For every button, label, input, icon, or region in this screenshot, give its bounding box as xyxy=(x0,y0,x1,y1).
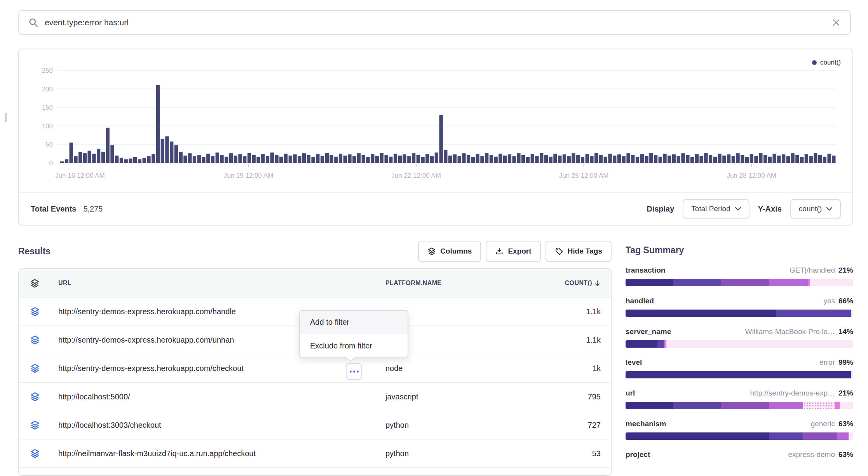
results-heading: Results xyxy=(18,246,51,257)
tag-bar-segment[interactable] xyxy=(835,402,840,409)
table-row[interactable]: http://localhost:5000/ javascript 795 xyxy=(19,383,611,411)
tag-bar-segment[interactable] xyxy=(769,402,803,409)
menu-item-exclude-from-filter[interactable]: Exclude from filter xyxy=(300,334,408,357)
tag-name: handled xyxy=(626,297,654,305)
tag-head: server_name Williams-MacBook-Pro.lo… 14% xyxy=(626,327,853,336)
sort-desc-arrow-icon xyxy=(594,280,601,287)
tag-top-percent: 99% xyxy=(838,358,853,367)
tag-summary: Tag Summary transaction GET|/handled 21%… xyxy=(626,245,853,459)
row-count: 1k xyxy=(541,364,611,373)
tag-bar-segment[interactable] xyxy=(810,279,853,286)
tag-bar-segment[interactable] xyxy=(840,402,853,409)
tag-bar-segment[interactable] xyxy=(851,371,853,378)
tag-top-percent: 21% xyxy=(838,389,853,397)
tag-bar-segment[interactable] xyxy=(769,432,803,440)
tag-bar-segment[interactable] xyxy=(626,340,657,348)
table-row[interactable]: http://localhost:3003/checkout python 72… xyxy=(19,411,611,439)
tag-bar-segment[interactable] xyxy=(626,310,776,317)
stack-icon xyxy=(19,278,58,288)
tag-distribution-bar[interactable] xyxy=(626,310,853,317)
hide-tags-button[interactable]: Hide Tags xyxy=(546,241,612,262)
sidebar-collapse-handle[interactable] xyxy=(5,113,7,122)
tag-top-value: yes xyxy=(823,297,835,305)
tag-bar-segment[interactable] xyxy=(837,432,849,440)
tag-head: handled yes 66% xyxy=(626,297,853,305)
dot-icon xyxy=(357,371,359,373)
tag-top-value: http://sentry-demos-exp… xyxy=(750,389,835,397)
table-row[interactable]: http://sentry-demos-express.herokuapp.co… xyxy=(19,354,611,383)
dot-icon xyxy=(353,371,355,373)
tag-top-percent: 63% xyxy=(838,420,853,428)
search-input[interactable] xyxy=(45,18,831,27)
clear-search-icon[interactable] xyxy=(831,18,841,27)
cell-actions-button[interactable] xyxy=(346,363,362,380)
row-url[interactable]: http://neilmanvar-flask-m3uuizd7iq-uc.a.… xyxy=(58,449,385,458)
count-header-label: COUNT() xyxy=(565,280,592,287)
tag-distribution-bar[interactable] xyxy=(626,340,853,348)
tag-bar-segment[interactable] xyxy=(803,402,835,409)
tag-distribution-bar[interactable] xyxy=(626,402,853,409)
tag-bar-segment[interactable] xyxy=(776,310,851,317)
tag-bar-segment[interactable] xyxy=(673,402,721,409)
tag-bar-segment[interactable] xyxy=(626,402,673,409)
column-header-platform[interactable]: PLATFORM.NAME xyxy=(385,280,541,287)
tag-name: mechanism xyxy=(626,420,666,428)
svg-text:0: 0 xyxy=(49,159,53,167)
display-dropdown-value: Total Period xyxy=(691,205,730,213)
svg-text:Jun 19 12:00 AM: Jun 19 12:00 AM xyxy=(224,172,274,179)
events-chart: 050100150200250Jun 16 12:00 AMJun 19 12:… xyxy=(19,53,854,184)
tag-bar-segment[interactable] xyxy=(849,432,853,440)
stack-icon xyxy=(19,448,58,458)
tag-name: project xyxy=(626,450,650,459)
column-header-count[interactable]: COUNT() xyxy=(541,280,611,287)
svg-text:Jun 25 12:00 AM: Jun 25 12:00 AM xyxy=(559,172,609,179)
columns-button[interactable]: Columns xyxy=(418,241,481,262)
svg-text:Jun 28 12:00 AM: Jun 28 12:00 AM xyxy=(727,172,776,179)
tag-bar-segment[interactable] xyxy=(721,279,769,286)
tag-bar-segment[interactable] xyxy=(666,340,853,348)
stack-icon xyxy=(19,306,58,317)
svg-text:150: 150 xyxy=(42,104,53,111)
tag-group: level error 99% xyxy=(626,358,853,378)
row-count: 53 xyxy=(541,449,611,458)
menu-item-add-to-filter[interactable]: Add to filter xyxy=(300,311,408,334)
tag-distribution-bar[interactable] xyxy=(626,279,853,286)
tag-bar-segment[interactable] xyxy=(673,279,721,286)
stack-icon xyxy=(19,335,58,345)
tag-distribution-bar[interactable] xyxy=(626,432,853,440)
tag-head: mechanism generic 63% xyxy=(626,420,853,428)
tag-group: transaction GET|/handled 21% xyxy=(626,266,853,286)
tag-distribution-bar[interactable] xyxy=(626,371,853,378)
total-events-label: Total Events xyxy=(31,205,76,214)
tag-name: url xyxy=(626,389,635,397)
row-url[interactable]: http://localhost:5000/ xyxy=(58,392,385,401)
tag-top-value: GET|/handled xyxy=(790,266,835,275)
table-row[interactable]: http://neilmanvar-flask-m3uuizd7iq-uc.a.… xyxy=(19,439,611,468)
row-count: 1.1k xyxy=(541,307,611,316)
tag-bar-segment[interactable] xyxy=(721,402,769,409)
row-url[interactable]: http://sentry-demos-express.herokuapp.co… xyxy=(58,364,385,373)
export-button[interactable]: Export xyxy=(486,241,540,262)
display-dropdown[interactable]: Total Period xyxy=(683,199,749,219)
tag-bar-segment[interactable] xyxy=(626,371,851,378)
tag-bar-segment[interactable] xyxy=(851,310,853,317)
tag-bar-segment[interactable] xyxy=(626,279,673,286)
tag-top-percent: 14% xyxy=(838,327,853,336)
tag-summary-list: transaction GET|/handled 21% handled yes… xyxy=(626,266,853,459)
chevron-down-icon xyxy=(826,207,832,211)
tag-name: level xyxy=(626,358,642,367)
table-header-row: URL PLATFORM.NAME COUNT() xyxy=(19,269,611,298)
tag-bar-segment[interactable] xyxy=(657,340,664,348)
events-chart-panel: count() 050100150200250Jun 16 12:00 AMJu… xyxy=(18,49,853,226)
row-url[interactable]: http://localhost:3003/checkout xyxy=(58,421,385,430)
tag-bar-segment[interactable] xyxy=(769,279,808,286)
search-bar[interactable] xyxy=(18,10,851,35)
tag-top-value: error xyxy=(819,358,835,367)
row-platform: node xyxy=(385,364,541,373)
column-header-url[interactable]: URL xyxy=(58,280,385,287)
yaxis-dropdown[interactable]: count() xyxy=(790,199,841,219)
tag-bar-segment[interactable] xyxy=(626,432,769,440)
row-count: 795 xyxy=(541,392,611,401)
stack-icon xyxy=(427,247,436,256)
tag-bar-segment[interactable] xyxy=(803,432,837,440)
